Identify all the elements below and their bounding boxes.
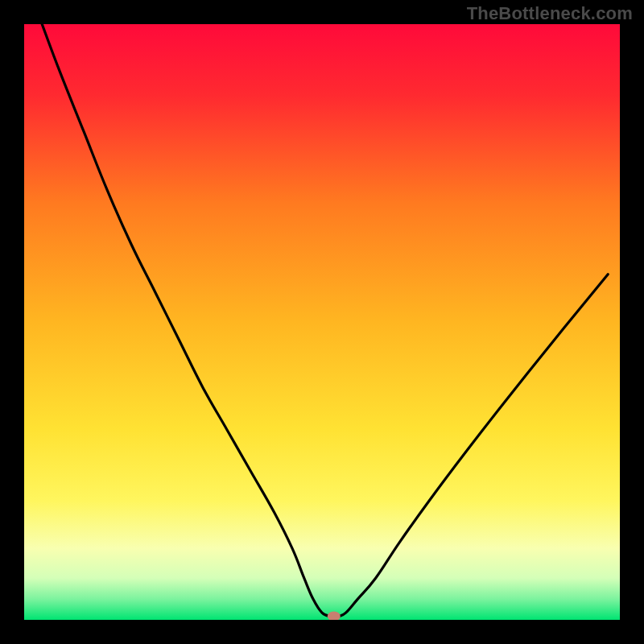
plot-frame [24,24,620,620]
watermark-text: TheBottleneck.com [467,3,633,24]
chart-container: TheBottleneck.com [0,0,644,644]
plot-background [24,24,620,620]
gradient-rect [24,24,620,620]
